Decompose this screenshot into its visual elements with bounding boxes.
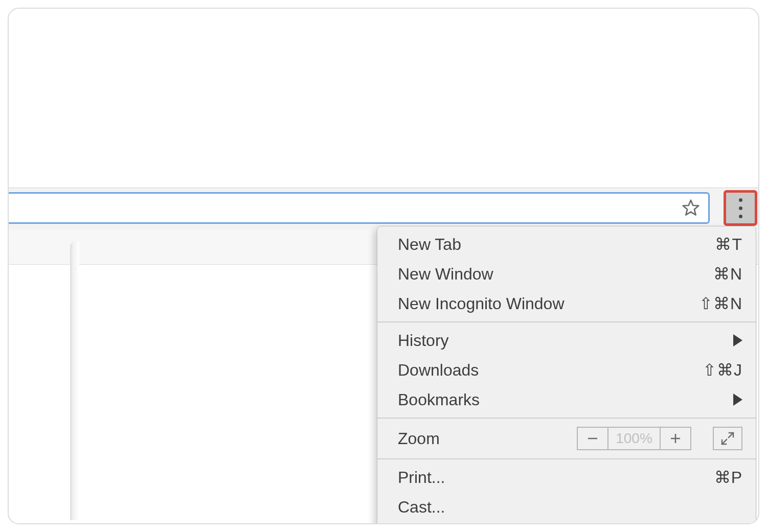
menu-item-label: New Incognito Window xyxy=(398,294,564,313)
menu-separator xyxy=(377,418,756,419)
fullscreen-button[interactable] xyxy=(713,427,742,450)
panel-shadow xyxy=(70,241,79,520)
zoom-in-button[interactable] xyxy=(661,427,691,450)
menu-item-print[interactable]: Print... ⌘P xyxy=(377,462,756,492)
menu-item-shortcut: ⌘P xyxy=(714,468,742,487)
submenu-arrow-icon xyxy=(733,394,742,406)
submenu-arrow-icon xyxy=(733,334,742,346)
svg-line-5 xyxy=(722,440,727,444)
menu-button[interactable] xyxy=(724,190,757,226)
menu-item-zoom: Zoom 100% xyxy=(377,422,756,455)
menu-item-downloads[interactable]: Downloads ⇧⌘J xyxy=(377,355,756,385)
plus-icon xyxy=(669,432,682,445)
menu-item-shortcut: ⇧⌘J xyxy=(703,360,742,380)
menu-item-history[interactable]: History xyxy=(377,326,756,355)
menu-item-shortcut: ⇧⌘N xyxy=(699,294,742,313)
more-vertical-icon xyxy=(739,198,742,218)
browser-main-menu: New Tab ⌘T New Window ⌘N New Incognito W… xyxy=(377,226,756,524)
svg-marker-0 xyxy=(683,200,699,215)
menu-item-cast[interactable]: Cast... xyxy=(377,492,756,522)
menu-item-shortcut: ⌘N xyxy=(713,264,742,284)
menu-item-label: Downloads xyxy=(398,361,479,380)
menu-item-label: New Tab xyxy=(398,235,461,254)
menu-item-label: Zoom xyxy=(398,429,440,448)
zoom-controls: 100% xyxy=(577,427,691,450)
menu-item-new-tab[interactable]: New Tab ⌘T xyxy=(377,229,756,259)
zoom-percent: 100% xyxy=(607,427,661,450)
menu-item-label: New Window xyxy=(398,265,493,284)
menu-item-new-incognito[interactable]: New Incognito Window ⇧⌘N xyxy=(377,289,756,318)
menu-item-label: Print... xyxy=(398,468,445,487)
menu-separator xyxy=(377,458,756,459)
minus-icon xyxy=(586,432,599,445)
menu-item-label: Cast... xyxy=(398,498,445,517)
menu-item-label: Bookmarks xyxy=(398,390,480,409)
svg-line-4 xyxy=(729,433,733,437)
menu-item-bookmarks[interactable]: Bookmarks xyxy=(377,385,756,414)
zoom-out-button[interactable] xyxy=(577,427,607,450)
address-bar[interactable] xyxy=(8,192,710,224)
browser-window: New Tab ⌘T New Window ⌘N New Incognito W… xyxy=(8,8,759,524)
menu-item-new-window[interactable]: New Window ⌘N xyxy=(377,259,756,289)
browser-toolbar xyxy=(9,188,758,230)
fullscreen-icon xyxy=(720,431,735,446)
menu-item-shortcut: ⌘T xyxy=(715,235,742,254)
menu-item-label: History xyxy=(398,331,449,350)
menu-separator xyxy=(377,321,756,322)
menu-item-find[interactable]: Find... ⌘F xyxy=(377,522,756,524)
star-icon[interactable] xyxy=(681,198,701,218)
